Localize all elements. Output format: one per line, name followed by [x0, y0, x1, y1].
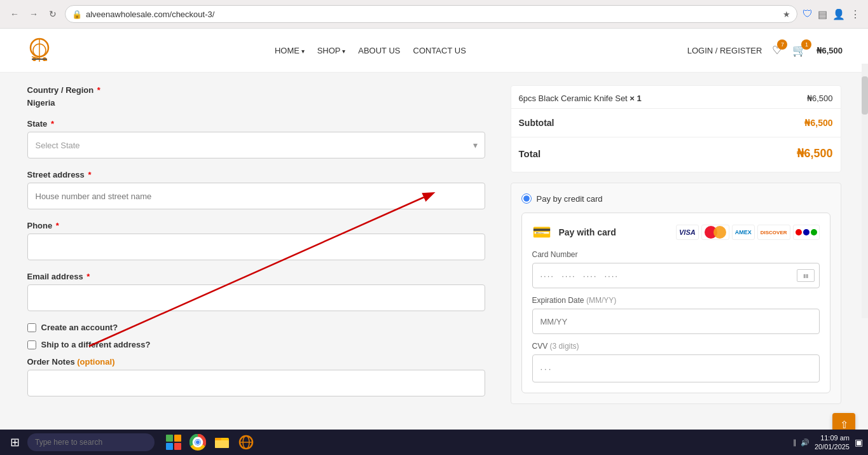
shield-icon: 🛡	[803, 8, 813, 20]
country-region-group: Country / Region * Nigeria	[27, 85, 485, 108]
card-number-label: Card Number	[532, 250, 820, 259]
total-label: Total	[511, 137, 752, 170]
ship-different-group: Ship to a different address?	[27, 340, 485, 349]
ship-different-checkbox[interactable]	[27, 340, 36, 349]
address-bar: 🔒 alveenawholesale.com/checkout-3/ ★	[65, 5, 797, 23]
scrollbar[interactable]	[862, 64, 868, 318]
expiry-input[interactable]	[532, 309, 820, 334]
scrollbar-thumb[interactable]	[862, 76, 868, 115]
card-brands: VISA AMEX DISCOVER	[676, 225, 820, 240]
back-button[interactable]: ←	[8, 7, 22, 21]
amex-logo: AMEX	[732, 225, 755, 240]
checkout-form: Country / Region * Nigeria State * Selec…	[27, 85, 511, 408]
order-notes-label: Order Notes (optional)	[27, 357, 485, 367]
nav-contact[interactable]: CONTACT US	[413, 46, 466, 55]
create-account-group: Create an account?	[27, 323, 485, 332]
profile-icon: 👤	[832, 8, 845, 20]
expiry-field: Expiration Date (MM/YY)	[532, 296, 820, 342]
forward-button[interactable]: →	[27, 7, 41, 21]
email-label: Email address *	[27, 272, 485, 281]
mastercard-logo	[701, 225, 729, 240]
card-chip-icon: 💳	[532, 223, 551, 241]
browser-actions: 🛡 ▤ 👤 ⋮	[803, 8, 860, 20]
state-group: State * Select State	[27, 119, 485, 158]
subtotal-row: Subtotal ₦6,500	[511, 109, 841, 137]
total-value: ₦6,500	[752, 137, 840, 170]
wishlist-badge: 7	[777, 39, 787, 50]
street-address-group: Street address *	[27, 170, 485, 209]
main-nav: HOME SHOP ABOUT US CONTACT US	[275, 46, 466, 55]
login-register-link[interactable]: LOGIN / REGISTER	[687, 46, 762, 55]
multicolor-logo	[793, 225, 820, 240]
order-notes-group: Order Notes (optional)	[27, 357, 485, 396]
logo[interactable]	[25, 36, 53, 64]
site-header: HOME SHOP ABOUT US CONTACT US LOGIN / RE…	[0, 29, 868, 73]
state-label: State *	[27, 119, 485, 129]
credit-card-radio[interactable]	[521, 193, 532, 204]
main-content: Country / Region * Nigeria State * Selec…	[15, 73, 854, 421]
cvv-input[interactable]	[532, 354, 820, 382]
state-select-wrapper: Select State	[27, 132, 485, 158]
nav-about[interactable]: ABOUT US	[358, 46, 400, 55]
total-row: Total ₦6,500	[511, 137, 841, 170]
order-item-row: 6pcs Black Ceramic Knife Set × 1 ₦6,500	[511, 88, 841, 109]
card-type-icon: ▮▮	[803, 273, 808, 279]
browser-chrome: ← → ↻ 🔒 alveenawholesale.com/checkout-3/…	[0, 0, 868, 29]
cvv-field: CVV (3 digits)	[532, 342, 820, 382]
cart-total-display: ₦6,500	[816, 46, 843, 55]
refresh-button[interactable]: ↻	[46, 7, 60, 21]
wishlist-button[interactable]: ♡ 7	[772, 43, 782, 57]
nav-home[interactable]: HOME	[275, 46, 305, 55]
country-value: Nigeria	[27, 98, 485, 108]
card-number-input[interactable]	[532, 263, 820, 288]
phone-input[interactable]	[27, 234, 485, 260]
expiry-label: Expiration Date (MM/YY)	[532, 296, 820, 305]
ship-different-label: Ship to a different address?	[41, 340, 151, 349]
logo-svg	[25, 36, 53, 64]
phone-group: Phone *	[27, 221, 485, 260]
cart-button[interactable]: 🛒 1	[792, 43, 806, 57]
order-notes-optional: (optional)	[77, 357, 114, 367]
discover-logo: DISCOVER	[757, 225, 790, 240]
street-label: Street address *	[27, 170, 485, 179]
create-account-checkbox[interactable]	[27, 323, 36, 332]
order-item-price: ₦6,500	[752, 88, 840, 109]
payment-option: Pay by credit card	[521, 193, 830, 204]
nav-shop[interactable]: SHOP	[317, 46, 346, 55]
menu-icon[interactable]: ⋮	[850, 8, 860, 20]
order-item-name: 6pcs Black Ceramic Knife Set × 1	[511, 88, 752, 109]
pay-with-card-box: 💳 Pay with card VISA AMEX DISC	[521, 213, 830, 393]
order-summary: 6pcs Black Ceramic Knife Set × 1 ₦6,500 …	[511, 85, 841, 408]
country-label: Country / Region *	[27, 85, 485, 95]
visa-logo: VISA	[676, 225, 699, 240]
payment-section: Pay by credit card 💳 Pay with card VISA	[511, 183, 841, 404]
subtotal-label: Subtotal	[511, 109, 752, 137]
back-to-top-button[interactable]: ⇧	[832, 413, 855, 421]
street-input[interactable]	[27, 183, 485, 209]
create-account-label: Create an account?	[41, 323, 118, 332]
cvv-label: CVV (3 digits)	[532, 342, 820, 351]
card-header: 💳 Pay with card VISA AMEX DISC	[532, 223, 820, 241]
payment-option-label: Pay by credit card	[537, 194, 603, 204]
card-number-field: Card Number ▮▮	[532, 250, 820, 288]
header-right: LOGIN / REGISTER ♡ 7 🛒 1 ₦6,500	[687, 43, 843, 57]
order-summary-table: 6pcs Black Ceramic Knife Set × 1 ₦6,500 …	[511, 88, 841, 169]
email-input[interactable]	[27, 284, 485, 311]
url-display: alveenawholesale.com/checkout-3/	[86, 10, 779, 19]
email-group: Email address *	[27, 272, 485, 311]
extensions-icon: ▤	[818, 8, 827, 20]
pay-with-card-label: Pay with card	[559, 227, 669, 237]
phone-label: Phone *	[27, 221, 485, 230]
state-select[interactable]: Select State	[27, 132, 485, 158]
order-notes-input[interactable]	[27, 370, 485, 396]
subtotal-value: ₦6,500	[752, 109, 840, 137]
cart-badge: 1	[801, 39, 811, 50]
